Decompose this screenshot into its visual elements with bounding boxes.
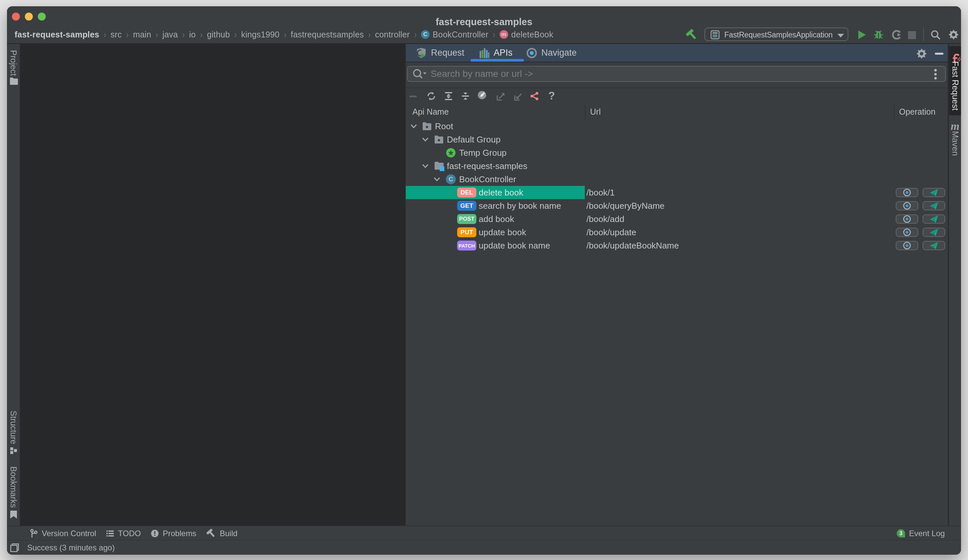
svg-text:3: 3 <box>899 530 902 536</box>
